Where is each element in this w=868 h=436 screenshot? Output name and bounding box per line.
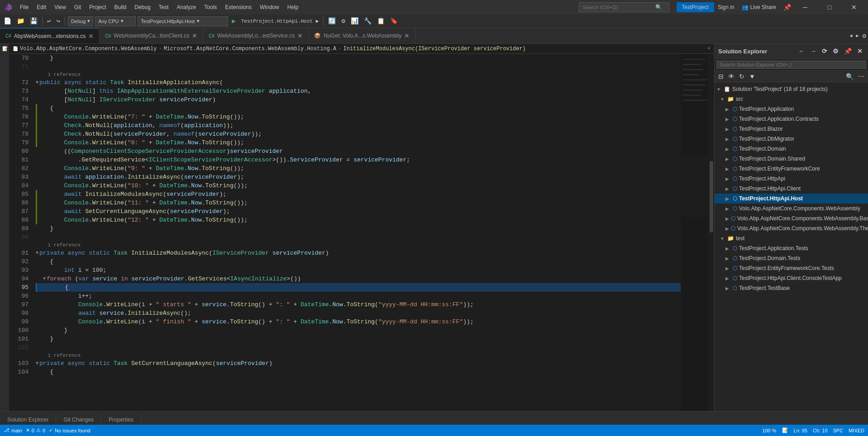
se-proj-domain-shared[interactable]: ▶ ⬡ TestProject.Domain.Shared (715, 154, 868, 164)
se-proj-ef-tests[interactable]: ▶ ⬡ TestProject.EntityFrameworkCore.Test… (715, 263, 868, 273)
menu-git[interactable]: Git (71, 2, 85, 12)
se-search-input[interactable] (716, 61, 866, 69)
maximize-button[interactable]: □ (819, 0, 840, 14)
tab-abpwebassem[interactable]: C# AbpWebAssem...xtensions.cs ✕ (0, 28, 100, 44)
breadcrumb-add-btn[interactable]: + (707, 46, 711, 52)
tab-close-1[interactable]: ✕ (88, 33, 94, 39)
se-proj-efcore[interactable]: ▶ ⬡ TestProject.EntityFrameworkCore (715, 164, 868, 174)
live-share-button[interactable]: 👥 Live Share (738, 3, 780, 11)
toolbar-btn-1[interactable]: ⚙ (339, 16, 347, 26)
se-proj-volo-webassembly-basic[interactable]: ▶ ⬡ Volo.Abp.AspNetCore.Components.WebAs… (715, 213, 868, 223)
menu-window[interactable]: Window (256, 2, 283, 12)
breadcrumb-part-2[interactable]: Microsoft.AspNetCore.Components.WebAssem… (164, 46, 337, 52)
status-branch[interactable]: ⎇ main (4, 427, 22, 433)
se-sync-btn[interactable]: ⟳ (820, 47, 829, 56)
tab-scroll-right[interactable]: ▶ (854, 32, 861, 39)
menu-file[interactable]: File (16, 2, 32, 12)
attach-button[interactable]: TestProject.HttpApi.Host ▶ (239, 17, 321, 25)
menu-project[interactable]: Project (86, 2, 110, 12)
redo-button[interactable]: ↪ (54, 16, 62, 26)
se-more-btn[interactable]: ⋯ (856, 72, 866, 81)
code-editor[interactable]: 70 71 72 73 74 75 76 77 78 79 80 81 82 8… (9, 54, 714, 411)
se-proj-httpapi-host[interactable]: ▶ ⬡ TestProject.HttpApi.Host (715, 194, 868, 204)
bottom-tab-solution-explorer[interactable]: Solution Explorer (0, 415, 56, 425)
status-col[interactable]: Ch: 10 (813, 428, 827, 433)
se-pin-btn[interactable]: 📌 (842, 47, 854, 56)
toolbar-btn-3[interactable]: 🔧 (362, 16, 373, 26)
se-proj-dbmigrator[interactable]: ▶ ⬡ TestProject.DbMigrator (715, 134, 868, 144)
breadcrumb-part-3[interactable]: InitializeModulesAsync(IServiceProvider … (343, 46, 526, 52)
tab-nuget[interactable]: 📦 NuGet: Volo.A...s.WebAssembly ✕ (309, 28, 415, 44)
menu-analyze[interactable]: Analyze (173, 2, 200, 12)
save-button[interactable]: 💾 (28, 16, 39, 26)
menu-help[interactable]: Help (284, 2, 302, 12)
menu-edit[interactable]: Edit (33, 2, 50, 12)
start-button[interactable]: ▶ (230, 16, 237, 26)
se-src-folder[interactable]: ▼ 📁 src (715, 94, 868, 104)
se-proj-httpapi-client[interactable]: ▶ ⬡ TestProject.HttpApi.Client (715, 184, 868, 194)
close-button[interactable]: ✕ (844, 0, 864, 14)
status-zoom[interactable]: 100 % (762, 428, 776, 433)
se-back-btn[interactable]: ← (796, 47, 806, 56)
minimize-button[interactable]: ─ (795, 0, 816, 14)
vertical-scrollbar[interactable] (708, 54, 714, 411)
open-button[interactable]: 📁 (15, 16, 26, 26)
tab-webassemblyclient[interactable]: C# WebAssemblyCa...tionClient.cs ✕ (100, 28, 203, 44)
title-search-input[interactable] (583, 5, 655, 10)
se-proj-volo-webassembly[interactable]: ▶ ⬡ Volo.Abp.AspNetCore.Components.WebAs… (715, 204, 868, 213)
breadcrumb-part-1[interactable]: Volo.Abp.AspNetCore.Components.WebAssemb… (20, 46, 157, 52)
status-encoding[interactable]: MIXED (849, 428, 864, 433)
status-line[interactable]: Ln: 95 (794, 428, 808, 433)
toolbar-btn-4[interactable]: 📋 (375, 16, 386, 26)
menu-tools[interactable]: Tools (200, 2, 220, 12)
status-no-issues[interactable]: ✓ No issues found (49, 427, 91, 433)
new-file-button[interactable]: 📄 (2, 16, 13, 26)
tab-webassemblyservice[interactable]: C# WebAssemblyLo...estService.cs ✕ (203, 28, 309, 44)
se-collapse-all-btn[interactable]: ⊟ (716, 72, 725, 81)
se-proj-app-tests[interactable]: ▶ ⬡ TestProject.Application.Tests (715, 243, 868, 253)
title-search-box[interactable]: 🔍 (579, 2, 669, 12)
se-proj-httpapi[interactable]: ▶ ⬡ TestProject.HttpApi (715, 174, 868, 184)
refresh-button[interactable]: 🔄 (326, 16, 338, 26)
status-errors[interactable]: ✕ 0 ⚠ 0 (26, 427, 45, 433)
menu-test[interactable]: Test (155, 2, 172, 12)
status-spaces[interactable]: SPC (833, 428, 844, 433)
sign-in-button[interactable]: Sign in (718, 4, 734, 10)
menu-extensions[interactable]: Extensions (221, 2, 255, 12)
se-show-all-btn[interactable]: 👁 (726, 72, 736, 81)
menu-build[interactable]: Build (111, 2, 130, 12)
tab-settings[interactable]: ⚙ (861, 31, 868, 41)
undo-button[interactable]: ↩ (45, 16, 52, 26)
se-test-folder[interactable]: ▼ 📁 test (715, 233, 868, 243)
bottom-tab-git-changes[interactable]: Git Changes (56, 415, 101, 425)
code-content[interactable]: } 1 reference ▼ public async static Task… (34, 54, 681, 411)
platform-dropdown[interactable]: Any CPU ▾ (95, 16, 136, 26)
tab-scroll-left[interactable]: ◀ (848, 32, 854, 39)
scrollbar-thumb[interactable] (710, 161, 713, 232)
tab-close-3[interactable]: ✕ (297, 33, 303, 39)
se-solution-root[interactable]: ▼ 📋 Solution 'TestProject' (18 of 18 pro… (715, 84, 868, 94)
se-settings-btn[interactable]: ⚙ (831, 47, 840, 56)
tab-close-4[interactable]: ✕ (404, 33, 410, 39)
se-proj-blazor[interactable]: ▶ ⬡ TestProject.Blazor (715, 124, 868, 134)
tab-close-2[interactable]: ✕ (192, 33, 197, 39)
se-proj-application-contracts[interactable]: ▶ ⬡ TestProject.Application.Contracts (715, 114, 868, 124)
se-proj-domain[interactable]: ▶ ⬡ TestProject.Domain (715, 144, 868, 154)
startup-project-dropdown[interactable]: TestProject.HttpApi.Host ▾ (138, 16, 228, 26)
se-filter-btn[interactable]: ▼ (747, 72, 757, 81)
menu-view[interactable]: View (51, 2, 70, 12)
se-forward-btn[interactable]: → (808, 47, 818, 56)
toolbar-btn-2[interactable]: 📊 (349, 16, 360, 26)
menu-debug[interactable]: Debug (131, 2, 154, 12)
se-proj-domain-tests[interactable]: ▶ ⬡ TestProject.Domain.Tests (715, 253, 868, 263)
bottom-tab-properties[interactable]: Properties (101, 415, 141, 425)
se-proj-application[interactable]: ▶ ⬡ TestProject.Application (715, 104, 868, 114)
se-proj-console-test[interactable]: ▶ ⬡ TestProject.HttpApi.Client.ConsoleTe… (715, 273, 868, 283)
se-preview-btn[interactable]: 🔍 (844, 72, 855, 81)
debug-config-dropdown[interactable]: Debug ▾ (68, 16, 93, 26)
se-proj-volo-webassembly-theming[interactable]: ▶ ⬡ Volo.Abp.AspNetCore.Components.WebAs… (715, 223, 868, 233)
se-refresh-btn[interactable]: ↻ (737, 72, 746, 81)
toolbar-btn-5[interactable]: 🔖 (388, 16, 400, 26)
se-close-btn[interactable]: ✕ (855, 47, 864, 56)
status-format[interactable]: 📝 (782, 427, 788, 433)
